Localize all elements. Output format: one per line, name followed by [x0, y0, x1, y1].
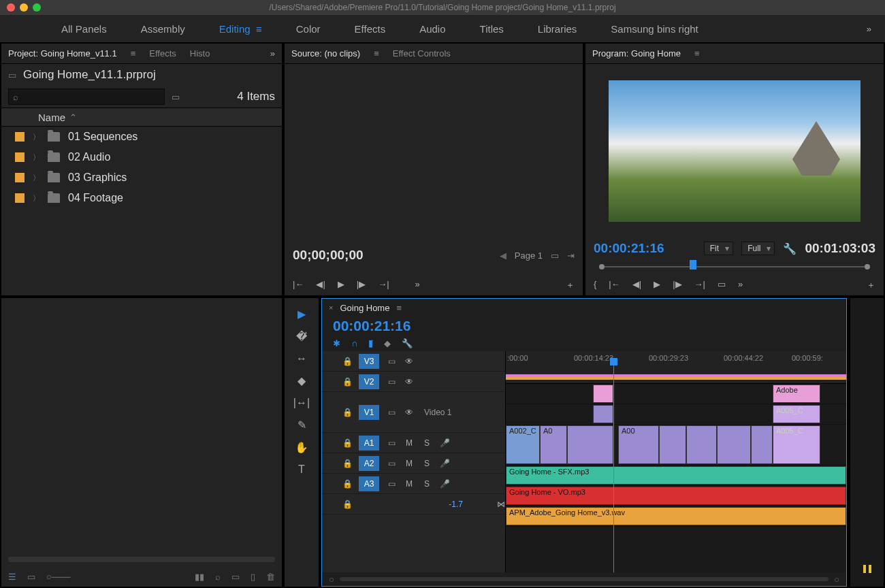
- track-lane-a1[interactable]: Going Home - SFX.mp3: [506, 466, 846, 486]
- tab-overflow-button[interactable]: »: [270, 48, 275, 59]
- find-icon[interactable]: ⌕: [215, 572, 221, 582]
- mark-out-button[interactable]: →|: [378, 279, 389, 291]
- track-lane-v3[interactable]: Adobe: [506, 384, 846, 404]
- video-track-header[interactable]: 🔒 V2 ▭ 👁: [322, 372, 505, 392]
- workspace-assembly[interactable]: Assembly: [141, 23, 185, 35]
- zoom-slider[interactable]: ○───: [46, 572, 70, 582]
- mic-icon[interactable]: 🎤: [439, 459, 450, 468]
- clip[interactable]: [751, 425, 773, 464]
- clip[interactable]: A005_C: [773, 405, 820, 423]
- pen-tool[interactable]: ✎: [297, 419, 306, 431]
- master-level[interactable]: -1.7: [449, 500, 463, 509]
- clip[interactable]: A0: [540, 425, 567, 464]
- track-select-tool[interactable]: �⃗: [296, 330, 307, 343]
- step-forward-button[interactable]: |▶: [357, 279, 366, 291]
- add-button[interactable]: ＋: [566, 279, 575, 291]
- chevron-right-icon[interactable]: 〉: [33, 193, 39, 203]
- program-tab[interactable]: Program: Going Home: [592, 48, 681, 59]
- close-sequence-button[interactable]: ×: [329, 304, 333, 312]
- column-header-row[interactable]: Name ⌃: [1, 108, 282, 127]
- clip[interactable]: [567, 425, 613, 464]
- track-lane-v1[interactable]: A002_C A0 A00 A005_C: [506, 425, 846, 466]
- workspace-color[interactable]: Color: [296, 23, 321, 35]
- timeline-playhead[interactable]: [613, 363, 614, 572]
- project-scrollbar[interactable]: [8, 557, 275, 562]
- step-forward-button[interactable]: |▶: [673, 279, 681, 291]
- lock-icon[interactable]: 🔒: [342, 408, 352, 417]
- chevron-right-icon[interactable]: 〉: [33, 132, 39, 142]
- zoom-out-handle[interactable]: ○: [329, 574, 334, 585]
- program-viewer[interactable]: [585, 64, 884, 238]
- history-tab[interactable]: Histo: [190, 48, 210, 59]
- clip[interactable]: A002_C: [506, 425, 540, 464]
- lock-icon[interactable]: 🔒: [342, 357, 352, 366]
- effect-controls-tab[interactable]: Effect Controls: [393, 48, 451, 59]
- clip[interactable]: APM_Adobe_Going Home_v3.wav: [506, 507, 846, 525]
- clip[interactable]: Going Home - VO.mp3: [506, 487, 846, 505]
- workspace-libraries[interactable]: Libraries: [538, 23, 577, 35]
- workspace-effects[interactable]: Effects: [355, 23, 386, 35]
- linked-selection-button[interactable]: ∩: [351, 338, 357, 348]
- solo-button[interactable]: S: [421, 479, 432, 489]
- project-tab[interactable]: Project: Going Home_v11.1: [8, 48, 117, 59]
- add-marker-button[interactable]: ▮⃗: [368, 338, 373, 348]
- trash-button[interactable]: 🗑: [266, 572, 275, 582]
- track-label[interactable]: A1: [359, 436, 379, 451]
- workspace-audio[interactable]: Audio: [419, 23, 445, 35]
- audio-track-header[interactable]: 🔒 A2 ▭ M S 🎤: [322, 453, 505, 474]
- bin-row[interactable]: 〉 01 Sequences: [1, 127, 282, 147]
- track-lane-v2[interactable]: A005_C: [506, 404, 846, 425]
- panel-menu-icon[interactable]: ≡: [396, 303, 402, 313]
- icon-view-button[interactable]: ▭: [27, 572, 35, 582]
- timeline-tracks[interactable]: :00:00 00:00:14:23 00:00:29:23 00:00:44:…: [506, 351, 846, 572]
- solo-button[interactable]: S: [421, 459, 432, 468]
- settings-icon[interactable]: 🔧: [783, 242, 796, 255]
- prev-page-button[interactable]: ◀: [500, 250, 506, 261]
- clip[interactable]: [717, 425, 751, 464]
- track-label[interactable]: V3: [359, 354, 379, 369]
- audio-track-header[interactable]: 🔒 A3 ▭ M S 🎤: [322, 474, 505, 494]
- sort-arrow-icon[interactable]: ⌃: [69, 112, 77, 122]
- link-icon[interactable]: ⋈: [497, 500, 505, 509]
- lock-icon[interactable]: 🔒: [342, 438, 352, 448]
- panel-menu-icon[interactable]: ≡: [694, 48, 700, 59]
- timeline-timecode[interactable]: 00:00:21:16: [322, 316, 846, 336]
- fit-button[interactable]: ▭: [551, 250, 559, 261]
- program-scrubber[interactable]: [594, 259, 875, 275]
- track-lane-a2[interactable]: Going Home - VO.mp3: [506, 486, 846, 506]
- eye-icon[interactable]: 👁: [404, 357, 415, 366]
- sync-lock-icon[interactable]: ▭: [386, 408, 397, 417]
- sync-lock-icon[interactable]: ▭: [386, 377, 397, 387]
- sort-icon[interactable]: ▮▮: [195, 572, 204, 582]
- mute-button[interactable]: M: [404, 479, 415, 489]
- time-ruler[interactable]: :00:00 00:00:14:23 00:00:29:23 00:00:44:…: [506, 351, 846, 384]
- eye-icon[interactable]: 👁: [404, 408, 415, 417]
- clip[interactable]: A005_C: [773, 425, 820, 464]
- ripple-edit-tool[interactable]: ↔: [296, 353, 307, 365]
- track-lane-a3[interactable]: APM_Adobe_Going Home_v3.wav: [506, 506, 846, 527]
- slip-tool[interactable]: |↔|: [293, 397, 310, 409]
- workspace-overflow-button[interactable]: »: [867, 24, 871, 34]
- new-item-button[interactable]: ▯: [251, 572, 255, 582]
- panel-menu-icon[interactable]: ≡: [374, 48, 379, 59]
- sync-lock-icon[interactable]: ▭: [386, 479, 397, 489]
- playhead-marker[interactable]: [690, 260, 696, 270]
- source-tab[interactable]: Source: (no clips): [291, 48, 360, 59]
- new-bin-from-search-icon[interactable]: ▭: [172, 92, 180, 102]
- type-tool[interactable]: T: [298, 463, 305, 476]
- track-label[interactable]: V1: [359, 405, 379, 420]
- new-bin-button[interactable]: ▭: [231, 572, 240, 582]
- mute-button[interactable]: M: [404, 459, 415, 468]
- lift-button[interactable]: ▭: [718, 279, 726, 291]
- step-back-button[interactable]: ◀|: [632, 279, 641, 291]
- name-column[interactable]: Name: [38, 112, 65, 123]
- timeline-zoom-scrollbar[interactable]: [340, 577, 828, 581]
- clip[interactable]: Adobe: [773, 385, 820, 403]
- workspace-all-panels[interactable]: All Panels: [61, 23, 107, 35]
- selection-tool[interactable]: ▶: [297, 308, 306, 321]
- mic-icon[interactable]: 🎤: [439, 438, 450, 448]
- chevron-right-icon[interactable]: 〉: [33, 152, 39, 163]
- play-button[interactable]: ▶: [654, 279, 660, 291]
- timeline-settings-icon[interactable]: 🔧: [402, 338, 413, 348]
- sequence-name[interactable]: Going Home: [340, 303, 389, 313]
